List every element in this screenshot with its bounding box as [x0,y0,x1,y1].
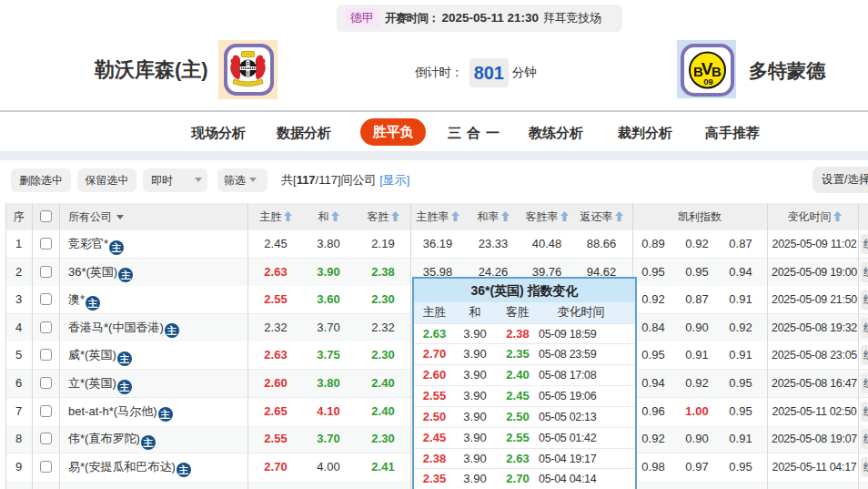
svg-text:09: 09 [703,76,713,87]
